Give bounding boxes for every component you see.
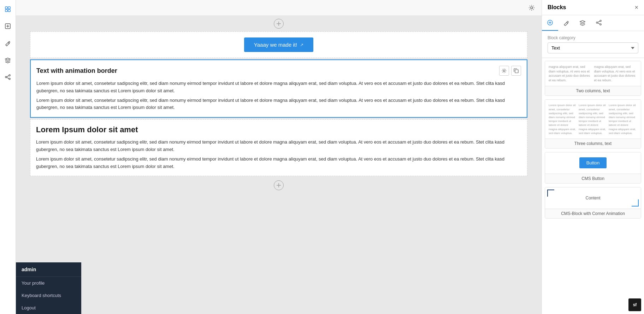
col2-three-preview: Lorem ipsum dolor sit amet, consetetur s… (579, 103, 607, 135)
svg-line-10 (7, 76, 9, 77)
svg-point-23 (596, 22, 598, 23)
svg-point-9 (9, 78, 10, 80)
svg-point-22 (600, 20, 601, 22)
tab-layers[interactable] (574, 15, 591, 31)
share-icon[interactable] (2, 71, 13, 83)
add-block-icon[interactable] (2, 21, 13, 32)
main-canvas: Yaaay we made it! ↗ Text with animation … (16, 0, 542, 314)
cms-button-label: CMS Button (545, 174, 641, 183)
corner-bottom-right (632, 199, 639, 207)
button-block: Yaaay we made it! ↗ (30, 31, 527, 58)
three-columns-text-block[interactable]: Lorem ipsum dolor sit amet, consetetur s… (545, 99, 641, 149)
svg-rect-16 (515, 70, 518, 73)
lorem-block-title: Lorem Ipsum dolor sit amet (36, 125, 521, 134)
close-panel-button[interactable]: × (634, 4, 638, 11)
top-add-row[interactable] (30, 16, 527, 31)
top-bar (16, 0, 542, 16)
right-panel-header: Blocks × (542, 0, 644, 15)
two-columns-preview: magna aliquyam erat, sed diam voluptua. … (545, 61, 641, 86)
svg-rect-0 (5, 7, 7, 9)
corner-animation-preview: Content (545, 187, 641, 209)
animated-border-block: Text with animation border (30, 59, 527, 118)
animated-block-title: Text with animation border (36, 67, 117, 75)
col2-preview-text: magna aliquyam erat, sed diam voluptua. … (594, 65, 638, 82)
tab-add-block[interactable] (542, 15, 558, 31)
two-columns-text-block[interactable]: magna aliquyam erat, sed diam voluptua. … (545, 61, 641, 96)
edit-content-icon[interactable] (2, 37, 13, 49)
block-header: Text with animation border (36, 66, 521, 76)
col1-three-preview: Lorem ipsum dolor sit amet, consetetur s… (549, 103, 577, 135)
bottom-add-row[interactable] (30, 178, 527, 193)
layers-icon[interactable] (2, 54, 13, 66)
button-text: Yaaay we made it! (254, 42, 297, 48)
block-action-buttons (499, 66, 521, 76)
cms-button-block[interactable]: Button CMS Button (545, 152, 641, 184)
svg-point-12 (531, 7, 533, 9)
lorem-block-body: Lorem ipsum dolor sit amet, consetetur s… (36, 139, 521, 170)
cms-corner-animation-label: CMS-Block with Corner Animation (545, 209, 641, 218)
block-category-label: Block category (548, 35, 638, 40)
right-panel-title: Blocks (548, 4, 566, 11)
svg-line-25 (598, 21, 600, 22)
canvas-content: Yaaay we made it! ↗ Text with animation … (16, 16, 542, 314)
block-category-select[interactable]: TextMediaLayoutFormsCustom (548, 42, 638, 53)
layout-icon[interactable] (2, 4, 13, 15)
three-columns-label: Three columns, text (545, 139, 641, 148)
col1-preview-text: magna aliquyam erat, sed diam voluptua. … (549, 65, 592, 82)
logout-menu-item[interactable]: Logout (16, 302, 81, 314)
blocks-list: magna aliquyam erat, sed diam voluptua. … (542, 58, 644, 314)
block-settings-button[interactable] (499, 66, 509, 76)
settings-gear-icon[interactable] (526, 2, 537, 13)
tab-share[interactable] (591, 15, 607, 31)
svg-point-7 (9, 75, 10, 76)
add-block-bottom-button[interactable] (274, 180, 284, 190)
block-category-section: Block category TextMediaLayoutFormsCusto… (542, 31, 644, 58)
right-panel: Blocks × (542, 0, 644, 314)
cms-corner-animation-block[interactable]: Content CMS-Block with Corner Animation (545, 187, 641, 219)
two-columns-label: Two columns, text (545, 86, 641, 95)
svg-rect-1 (8, 7, 10, 9)
content-label: Content (585, 196, 600, 200)
block-duplicate-button[interactable] (511, 66, 521, 76)
three-columns-preview: Lorem ipsum dolor sit amet, consetetur s… (545, 100, 641, 139)
col3-three-preview: Lorem ipsum dolor sit amet, consetetur s… (609, 103, 637, 135)
tab-edit[interactable] (558, 15, 574, 31)
user-menu: admin Your profile Keyboard shortcuts Lo… (16, 262, 81, 314)
right-sidebar-tabs (542, 15, 644, 31)
preview-button-label: Button (579, 157, 607, 168)
edit-link-icon: ↗ (300, 42, 303, 47)
svg-point-8 (5, 76, 7, 78)
profile-menu-item[interactable]: Your profile (16, 277, 81, 289)
svg-rect-3 (8, 10, 10, 12)
corner-top-left (547, 190, 554, 197)
yaaay-button[interactable]: Yaaay we made it! ↗ (244, 37, 313, 52)
button-preview: Button (545, 152, 641, 174)
animated-block-body: Lorem ipsum dolor sit amet, consetetur s… (36, 80, 521, 111)
svg-line-26 (598, 23, 600, 24)
username-label: admin (16, 262, 81, 277)
add-block-top-button[interactable] (274, 19, 284, 29)
svg-point-15 (503, 70, 505, 72)
lorem-block: Lorem Ipsum dolor sit amet Lorem ipsum d… (30, 119, 527, 176)
svg-point-24 (600, 24, 601, 25)
svg-rect-2 (5, 10, 7, 12)
keyboard-shortcuts-menu-item[interactable]: Keyboard shortcuts (16, 289, 81, 302)
left-sidebar (0, 0, 16, 314)
sf-logo: sf (628, 298, 641, 311)
svg-line-11 (7, 77, 9, 78)
